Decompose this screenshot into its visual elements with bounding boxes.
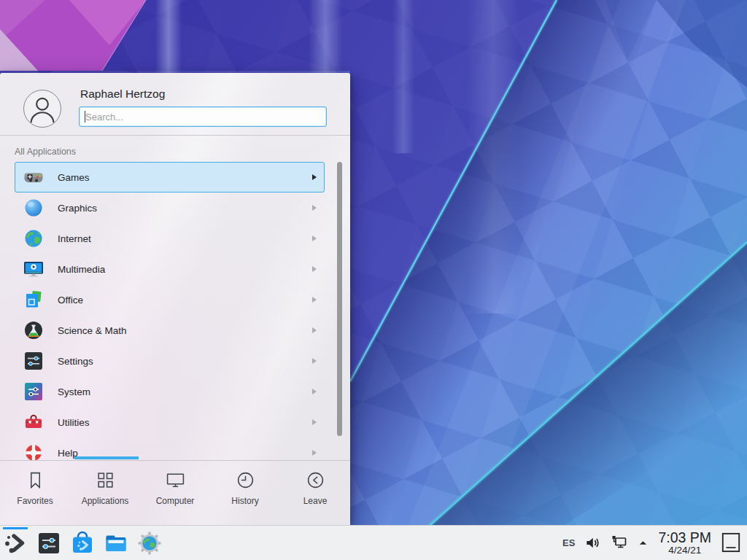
sliders-color-icon xyxy=(23,381,44,402)
tab-history[interactable]: History xyxy=(210,461,280,525)
category-label: System xyxy=(58,386,90,397)
user-name: Raphael Hertzog xyxy=(80,88,165,101)
gamepad-icon xyxy=(23,167,44,187)
desktop: Raphael Hertzog All Applications Games xyxy=(0,0,747,560)
sliders-dark-icon xyxy=(23,351,44,371)
app-launcher-button[interactable] xyxy=(1,527,29,559)
category-help[interactable]: Help xyxy=(15,438,325,461)
taskbar: ES 7:03 PM 4/24/21 xyxy=(0,525,747,560)
submenu-arrow-icon xyxy=(312,419,317,425)
submenu-arrow-icon xyxy=(312,358,317,364)
keyboard-layout-indicator[interactable]: ES xyxy=(562,537,575,548)
category-graphics[interactable]: Graphics xyxy=(15,192,325,223)
system-tray: ES 7:03 PM 4/24/21 xyxy=(562,530,747,556)
discover-button[interactable] xyxy=(69,527,96,559)
category-label: Games xyxy=(58,172,90,183)
submenu-arrow-icon xyxy=(312,266,317,272)
application-launcher-menu: Raphael Hertzog All Applications Games xyxy=(0,73,350,525)
category-label: Graphics xyxy=(58,203,97,214)
category-label: Science & Math xyxy=(58,325,127,336)
search-input[interactable] xyxy=(79,106,327,127)
category-label: Multimedia xyxy=(58,264,105,275)
documents-icon xyxy=(23,289,44,310)
category-office[interactable]: Office xyxy=(15,284,325,315)
clock-icon xyxy=(236,470,255,490)
show-desktop-button[interactable] xyxy=(721,531,741,554)
tab-favorites[interactable]: Favorites xyxy=(0,461,70,525)
volume-icon[interactable] xyxy=(584,534,601,551)
globe-icon xyxy=(23,228,44,249)
system-settings-button[interactable] xyxy=(35,527,63,559)
category-games[interactable]: Games xyxy=(15,162,325,192)
tab-computer[interactable]: Computer xyxy=(140,461,210,525)
tab-label: Computer xyxy=(156,496,195,506)
active-tab-indicator xyxy=(74,456,139,459)
category-science-math[interactable]: Science & Math xyxy=(15,315,325,346)
launcher-tabbar: Favorites Applications Computer xyxy=(0,461,350,525)
lifebuoy-icon xyxy=(23,443,44,461)
tab-label: Applications xyxy=(82,496,129,506)
file-manager-button[interactable] xyxy=(102,527,130,559)
clock[interactable]: 7:03 PM 4/24/21 xyxy=(658,530,711,556)
submenu-arrow-icon xyxy=(312,389,317,394)
user-avatar-icon[interactable] xyxy=(23,90,61,128)
category-settings[interactable]: Settings xyxy=(15,346,325,376)
tab-label: Favorites xyxy=(17,496,53,506)
bookmark-icon xyxy=(26,470,45,490)
category-label: Office xyxy=(58,295,83,306)
clock-time: 7:03 PM xyxy=(658,530,711,545)
list-scrollbar[interactable] xyxy=(337,162,342,436)
blue-folder-icon xyxy=(104,531,128,556)
search-field-wrap xyxy=(79,106,327,127)
tab-leave[interactable]: Leave xyxy=(280,461,350,525)
kde-launcher-icon xyxy=(3,531,28,556)
globe-gear-icon xyxy=(137,531,162,556)
submenu-arrow-icon xyxy=(312,205,317,211)
paint-sphere-icon xyxy=(23,198,44,218)
category-label: Utilities xyxy=(58,417,90,428)
category-system[interactable]: System xyxy=(15,376,325,407)
text-caret xyxy=(85,111,85,122)
tab-label: Leave xyxy=(303,496,328,506)
media-monitor-icon xyxy=(23,259,44,279)
submenu-arrow-icon xyxy=(312,236,317,241)
category-utilities[interactable]: Utilities xyxy=(15,407,325,438)
expand-tray-caret-icon[interactable] xyxy=(638,537,649,548)
flask-icon xyxy=(23,320,44,341)
category-label: Internet xyxy=(58,233,91,244)
tab-label: History xyxy=(231,496,258,506)
web-browser-button[interactable] xyxy=(136,527,163,559)
launcher-header: Raphael Hertzog xyxy=(0,73,350,136)
toolbox-icon xyxy=(23,412,44,432)
category-list: Games Graphics xyxy=(0,162,350,461)
category-multimedia[interactable]: Multimedia xyxy=(15,254,325,284)
section-label: All Applications xyxy=(15,147,76,157)
category-internet[interactable]: Internet xyxy=(15,223,325,254)
discover-bag-icon xyxy=(70,531,95,556)
system-settings-icon xyxy=(36,531,61,556)
leave-circle-icon xyxy=(306,470,325,490)
submenu-arrow-icon xyxy=(312,297,317,303)
network-icon[interactable] xyxy=(611,534,628,551)
submenu-arrow-icon xyxy=(312,174,317,180)
active-task-indicator xyxy=(3,527,28,529)
submenu-arrow-icon xyxy=(312,450,317,456)
tab-applications[interactable]: Applications xyxy=(70,461,140,525)
submenu-arrow-icon xyxy=(312,327,317,333)
clock-date: 4/24/21 xyxy=(658,545,711,556)
taskbar-apps xyxy=(0,527,163,559)
category-label: Settings xyxy=(58,356,93,367)
monitor-icon xyxy=(166,470,185,490)
app-grid-icon xyxy=(96,470,115,490)
